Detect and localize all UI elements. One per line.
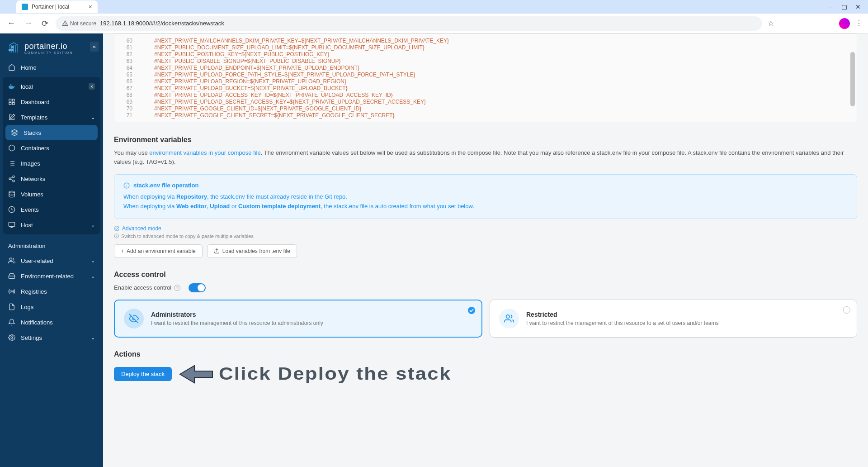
code-line[interactable]: 66#NEXT_PRIVATE_UPLOAD_REGION=${NEXT_PRI… (114, 78, 857, 85)
svg-line-31 (11, 177, 13, 178)
svg-line-30 (11, 179, 13, 181)
maximize-icon[interactable]: ▢ (841, 3, 847, 10)
close-icon[interactable]: ✕ (855, 3, 861, 10)
card-desc: I want to restrict the management of thi… (526, 320, 719, 326)
edit-icon (8, 114, 15, 121)
enable-access-toggle[interactable] (189, 283, 206, 292)
sidebar-item-logs[interactable]: Logs (0, 299, 103, 315)
file-icon (8, 303, 15, 310)
tab-close-icon[interactable]: × (89, 3, 92, 10)
sidebar-item-containers[interactable]: Containers (3, 140, 100, 156)
svg-rect-10 (11, 49, 14, 51)
sidebar-item-home[interactable]: Home (0, 60, 103, 75)
code-line[interactable]: 65#NEXT_PRIVATE_UPLOAD_FORCE_PATH_STYLE=… (114, 71, 857, 78)
add-env-var-button[interactable]: + Add an environment variable (114, 244, 203, 258)
home-icon (8, 64, 15, 71)
back-button[interactable]: ← (5, 17, 17, 30)
advanced-mode-link[interactable]: Advanced mode (114, 225, 857, 232)
sidebar-admin-header: Administration (0, 236, 103, 253)
code-line[interactable]: 70#NEXT_PRIVATE_GOOGLE_CLIENT_ID=${NEXT_… (114, 105, 857, 112)
actions-heading: Actions (114, 350, 857, 358)
sidebar-item-events[interactable]: Events (3, 202, 100, 217)
logo-subtitle: COMMUNITY EDITION (24, 51, 73, 54)
sidebar-item-registries[interactable]: Registries (0, 284, 103, 299)
svg-rect-15 (10, 84, 12, 86)
sidebar-item-networks[interactable]: Networks (3, 171, 100, 186)
code-line[interactable]: 64#NEXT_PRIVATE_UPLOAD_ENDPOINT=${NEXT_P… (114, 65, 857, 71)
editor-scrollbar[interactable] (850, 52, 855, 106)
load-env-file-button[interactable]: Load variables from .env file (207, 244, 297, 258)
chevron-down-icon: ⌄ (91, 114, 95, 120)
code-line[interactable]: 61#NEXT_PUBLIC_DOCUMENT_SIZE_UPLOAD_LIMI… (114, 44, 857, 51)
sidebar-collapse-icon[interactable]: « (90, 42, 99, 52)
profile-avatar[interactable] (839, 18, 850, 29)
sidebar: portainer.io COMMUNITY EDITION « Home lo… (0, 33, 103, 467)
env-vars-link[interactable]: environment variables in your compose fi… (149, 149, 260, 156)
plus-icon: + (121, 248, 124, 254)
gear-icon (8, 334, 15, 341)
hard-drive-icon (8, 272, 15, 280)
sidebar-item-notifications[interactable]: Notifications (0, 315, 103, 330)
access-control-heading: Access control (114, 271, 857, 279)
check-icon (468, 307, 475, 314)
clock-icon (8, 206, 15, 213)
svg-point-37 (9, 258, 12, 260)
eye-off-icon (124, 309, 144, 329)
environment-close-badge[interactable]: × (89, 83, 95, 90)
info-icon (123, 182, 130, 189)
sidebar-item-local[interactable]: local × (3, 79, 100, 94)
sidebar-item-env-related[interactable]: Environment-related ⌄ (0, 268, 103, 284)
edit-icon (114, 226, 119, 231)
reload-button[interactable]: ⟳ (40, 17, 50, 30)
box-icon (8, 144, 15, 152)
svg-point-40 (11, 337, 13, 338)
help-icon[interactable]: ? (174, 285, 180, 291)
minimize-icon[interactable]: ─ (829, 3, 833, 10)
code-editor[interactable]: 60#NEXT_PRIVATE_MAILCHANNELS_DKIM_PRIVAT… (114, 33, 857, 123)
sidebar-item-dashboard[interactable]: Dashboard (3, 94, 100, 110)
browser-menu-icon[interactable]: ⋮ (855, 19, 863, 28)
advanced-mode-hint: Switch to advanced mode to copy & paste … (114, 234, 857, 239)
code-line[interactable]: 68#NEXT_PRIVATE_UPLOAD_ACCESS_KEY_ID=${N… (114, 92, 857, 99)
svg-rect-34 (9, 222, 14, 226)
grid-icon (8, 98, 15, 105)
code-line[interactable]: 62#NEXT_PUBLIC_POSTHOG_KEY=${NEXT_PUBLIC… (114, 51, 857, 58)
users-icon (8, 257, 15, 264)
not-secure-badge[interactable]: Not secure (62, 20, 96, 27)
code-line[interactable]: 71#NEXT_PRIVATE_GOOGLE_CLIENT_SECRET=${N… (114, 112, 857, 119)
code-line[interactable]: 67#NEXT_PRIVATE_UPLOAD_BUCKET=${NEXT_PRI… (114, 85, 857, 92)
access-card-administrators[interactable]: Administrators I want to restrict the ma… (114, 300, 482, 338)
sidebar-item-host[interactable]: Host ⌄ (3, 217, 100, 233)
browser-tab[interactable]: Portainer | local × (16, 0, 98, 13)
info-box-title: stack.env file operation (123, 182, 848, 189)
sidebar-item-images[interactable]: Images (3, 156, 100, 171)
svg-line-3 (14, 43, 18, 45)
chevron-down-icon: ⌄ (91, 335, 95, 341)
code-line[interactable]: 63#NEXT_PUBLIC_DISABLE_SIGNUP=${NEXT_PUB… (114, 58, 857, 65)
sidebar-item-volumes[interactable]: Volumes (3, 186, 100, 202)
forward-button[interactable]: → (23, 17, 34, 30)
info-icon (114, 234, 119, 238)
deploy-stack-button[interactable]: Deploy the stack (114, 367, 172, 381)
bell-icon (8, 319, 15, 326)
info-line-1: When deploying via Repository, the stack… (123, 192, 848, 202)
main-content: 60#NEXT_PRIVATE_MAILCHANNELS_DKIM_PRIVAT… (103, 33, 868, 467)
svg-point-39 (11, 291, 13, 292)
info-line-2: When deploying via Web editor, Upload or… (123, 202, 848, 211)
annotation-arrow-icon (177, 363, 213, 386)
bookmark-star-icon[interactable]: ☆ (768, 19, 774, 28)
svg-line-2 (9, 43, 14, 45)
code-line[interactable]: 60#NEXT_PRIVATE_MAILCHANNELS_DKIM_PRIVAT… (114, 38, 857, 44)
svg-point-27 (13, 176, 14, 177)
sidebar-item-stacks[interactable]: Stacks (5, 125, 98, 140)
sidebar-item-user-related[interactable]: User-related ⌄ (0, 253, 103, 268)
sidebar-item-templates[interactable]: Templates ⌄ (3, 110, 100, 125)
svg-rect-12 (9, 86, 10, 87)
sidebar-item-settings[interactable]: Settings ⌄ (0, 330, 103, 345)
access-card-restricted[interactable]: Restricted I want to restrict the manage… (490, 300, 857, 338)
address-bar[interactable]: Not secure 192.168.1.18:9000/#!/2/docker… (56, 16, 762, 31)
docker-icon (8, 83, 15, 90)
code-line[interactable]: 69#NEXT_PRIVATE_UPLOAD_SECRET_ACCESS_KEY… (114, 99, 857, 105)
database-icon (8, 191, 15, 198)
users-icon (499, 309, 519, 329)
